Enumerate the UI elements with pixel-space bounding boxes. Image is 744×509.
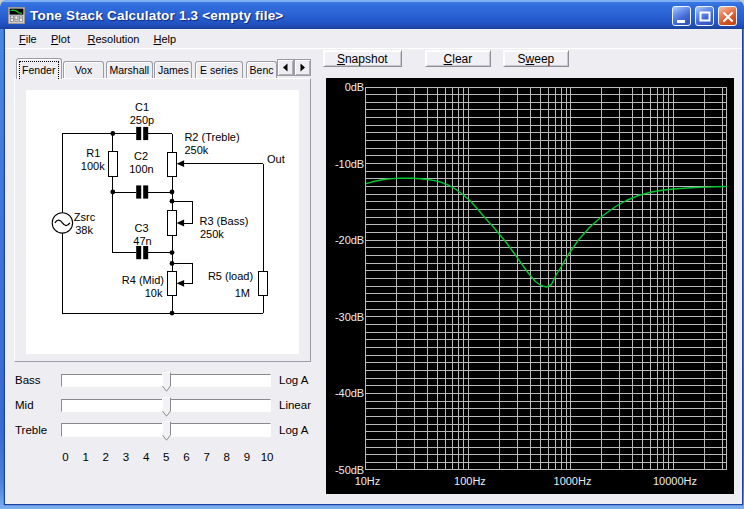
svg-text:1M: 1M <box>235 287 250 299</box>
svg-text:-20dB: -20dB <box>334 234 363 246</box>
svg-text:38k: 38k <box>75 224 93 236</box>
svg-text:10000Hz: 10000Hz <box>653 475 697 487</box>
svg-text:-10dB: -10dB <box>334 158 363 170</box>
svg-text:R5 (load): R5 (load) <box>208 270 253 282</box>
svg-text:10Hz: 10Hz <box>354 475 380 487</box>
svg-text:Out: Out <box>267 153 285 165</box>
svg-text:R4 (Mid): R4 (Mid) <box>122 273 164 285</box>
svg-text:0dB: 0dB <box>344 81 364 93</box>
svg-text:R3 (Bass): R3 (Bass) <box>200 214 249 226</box>
svg-text:-40dB: -40dB <box>334 387 363 399</box>
svg-text:100Hz: 100Hz <box>454 475 486 487</box>
svg-text:-30dB: -30dB <box>334 311 363 323</box>
svg-text:100n: 100n <box>129 163 153 175</box>
svg-text:250k: 250k <box>200 228 224 240</box>
svg-text:C2: C2 <box>134 150 148 162</box>
svg-text:250p: 250p <box>130 113 154 125</box>
svg-text:1000Hz: 1000Hz <box>553 475 591 487</box>
svg-text:R1: R1 <box>86 146 100 158</box>
svg-text:C1: C1 <box>135 100 149 112</box>
svg-text:C3: C3 <box>134 221 148 233</box>
svg-text:47n: 47n <box>133 235 151 247</box>
svg-text:100k: 100k <box>81 159 105 171</box>
svg-text:R2 (Treble): R2 (Treble) <box>184 130 239 142</box>
svg-text:250k: 250k <box>184 143 208 155</box>
svg-text:Zsrc: Zsrc <box>74 211 96 223</box>
svg-text:10k: 10k <box>145 287 163 299</box>
